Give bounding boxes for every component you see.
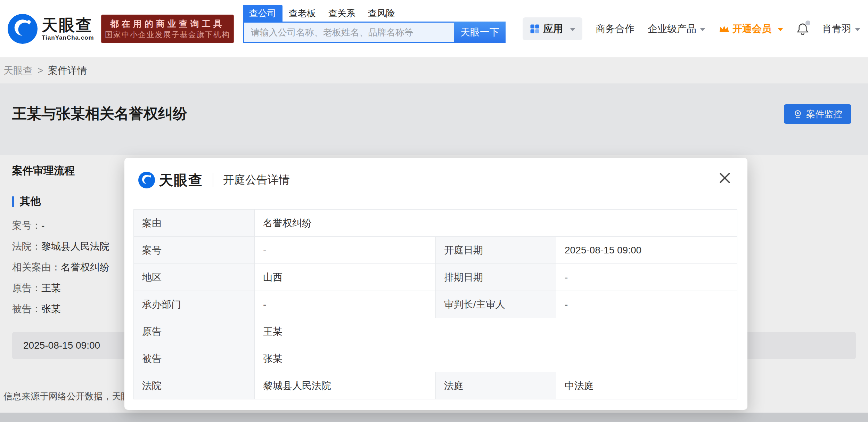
modal-table-row: 原告王某 (134, 318, 737, 345)
chevron-down-icon (855, 28, 860, 31)
nav-vip-membership[interactable]: 开通会员 (719, 22, 783, 35)
field-value: 名誉权纠纷 (255, 210, 737, 237)
field-label: 承办部门 (134, 291, 255, 318)
brand-domain: TianYanCha.com (42, 34, 94, 41)
modal-table-row: 被告张某 (134, 345, 737, 372)
field-label: 法庭 (436, 372, 556, 399)
field-label: 案号 (134, 237, 255, 264)
username: 肖青羽 (822, 22, 851, 35)
field-value: 2025-08-15 09:00 (556, 237, 737, 264)
modal-table-body: 案由名誉权纠纷案号-开庭日期2025-08-15 09:00地区山西排期日期-承… (134, 210, 737, 399)
notification-dot (805, 21, 810, 25)
apps-label: 应用 (543, 22, 563, 35)
tianyancha-page: 天眼查 TianYanCha.com 都在用的商业查询工具 国家中小企业发展子基… (0, 0, 868, 422)
promo-banner-line2: 国家中小企业发展子基金旗下机构 (105, 30, 230, 40)
promo-banner: 都在用的商业查询工具 国家中小企业发展子基金旗下机构 (101, 15, 234, 43)
chevron-down-icon (570, 28, 575, 31)
crown-icon (719, 24, 730, 33)
tianyancha-logo-icon (138, 172, 155, 188)
modal-table-row: 案号-开庭日期2025-08-15 09:00 (134, 237, 737, 264)
field-value: 山西 (255, 264, 436, 291)
modal-title: 开庭公告详情 (223, 172, 290, 188)
field-label: 审判长/主审人 (436, 291, 556, 318)
apps-button[interactable]: 应用 (523, 17, 582, 40)
notification-bell[interactable] (796, 23, 809, 35)
header-nav: 应用 商务合作 企业级产品 开通会员 (523, 17, 860, 40)
field-label: 开庭日期 (436, 237, 556, 264)
search-input[interactable] (243, 22, 454, 43)
field-value: - (556, 291, 737, 318)
nav-business-cooperation[interactable]: 商务合作 (596, 22, 634, 35)
field-label: 地区 (134, 264, 255, 291)
logo[interactable]: 天眼查 TianYanCha.com (8, 14, 94, 44)
nav-enterprise-products[interactable]: 企业级产品 (648, 22, 705, 35)
field-label: 案由 (134, 210, 255, 237)
court-announcement-modal: 天眼查 开庭公告详情 案由名誉权纠纷案号-开庭日期2025-08-15 09:0… (124, 158, 747, 410)
divider (213, 173, 213, 187)
field-value: 王某 (255, 318, 737, 345)
modal-table-row: 地区山西排期日期- (134, 264, 737, 291)
field-value: - (556, 264, 737, 291)
chevron-down-icon (778, 28, 783, 31)
search-tab[interactable]: 查风险 (362, 5, 401, 22)
modal-brand: 天眼查 (159, 171, 203, 190)
search-tab[interactable]: 查关系 (322, 5, 362, 22)
header: 天眼查 TianYanCha.com 都在用的商业查询工具 国家中小企业发展子基… (0, 0, 868, 58)
chevron-down-icon (700, 28, 705, 31)
tianyancha-logo-icon (8, 14, 38, 44)
search-box: 天眼一下 (243, 22, 506, 43)
field-label: 法院 (134, 372, 255, 399)
field-label: 被告 (134, 345, 255, 372)
field-label: 原告 (134, 318, 255, 345)
field-value: - (255, 237, 436, 264)
field-value: 中法庭 (556, 372, 737, 399)
modal-table-row: 案由名誉权纠纷 (134, 210, 737, 237)
modal-table-row: 法院黎城县人民法院法庭中法庭 (134, 372, 737, 399)
search-tab[interactable]: 查公司 (243, 5, 282, 22)
grid-icon (530, 24, 540, 34)
search-area: 查公司查老板查关系查风险 天眼一下 (243, 3, 506, 43)
field-value: 张某 (255, 345, 737, 372)
modal-header: 天眼查 开庭公告详情 (138, 170, 713, 190)
close-icon[interactable] (718, 171, 732, 186)
search-button[interactable]: 天眼一下 (454, 22, 506, 43)
search-tab[interactable]: 查老板 (282, 5, 322, 22)
field-label: 排期日期 (436, 264, 556, 291)
search-tabs: 查公司查老板查关系查风险 (243, 3, 506, 22)
modal-table: 案由名誉权纠纷案号-开庭日期2025-08-15 09:00地区山西排期日期-承… (133, 209, 737, 399)
modal-table-row: 承办部门-审判长/主审人- (134, 291, 737, 318)
field-value: 黎城县人民法院 (255, 372, 436, 399)
field-value: - (255, 291, 436, 318)
promo-banner-line1: 都在用的商业查询工具 (110, 18, 225, 30)
brand-name: 天眼查 (42, 16, 94, 34)
user-menu[interactable]: 肖青羽 (822, 22, 860, 35)
